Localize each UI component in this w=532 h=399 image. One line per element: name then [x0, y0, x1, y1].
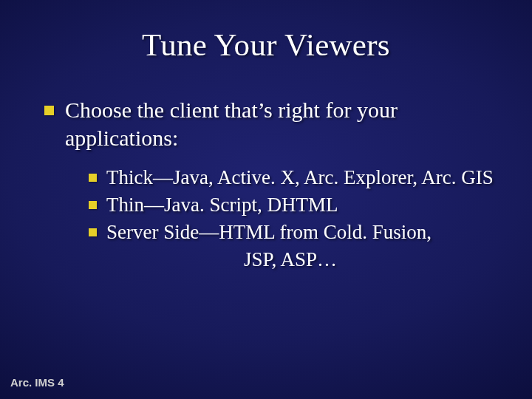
level2-continuation: JSP, ASP…: [244, 247, 502, 273]
sublist: Thick—Java, Active. X, Arc. Explorer, Ar…: [89, 165, 502, 273]
level1-line1: Choose the client that’s right for your: [65, 98, 398, 122]
level1-text: Choose the client that’s right for your …: [65, 96, 398, 151]
bullet-level2: Thick—Java, Active. X, Arc. Explorer, Ar…: [89, 165, 502, 191]
bullet-level2: Server Side—HTML from Cold. Fusion,: [89, 219, 502, 245]
square-bullet-icon: [44, 106, 54, 115]
level2-text: Thick—Java, Active. X, Arc. Explorer, Ar…: [106, 165, 494, 191]
footer-label: Arc. IMS 4: [10, 376, 64, 389]
square-bullet-icon: [89, 174, 97, 182]
square-bullet-icon: [89, 228, 97, 236]
bullet-level1: Choose the client that’s right for your …: [44, 96, 502, 151]
slide: Tune Your Viewers Choose the client that…: [0, 0, 532, 399]
level1-line2: applications:: [65, 126, 178, 150]
slide-title: Tune Your Viewers: [0, 27, 532, 63]
slide-content: Choose the client that’s right for your …: [44, 96, 502, 273]
level2-text: Thin—Java. Script, DHTML: [106, 192, 338, 218]
bullet-level2: Thin—Java. Script, DHTML: [89, 192, 502, 218]
square-bullet-icon: [89, 201, 97, 209]
level2-text: Server Side—HTML from Cold. Fusion,: [106, 219, 432, 245]
